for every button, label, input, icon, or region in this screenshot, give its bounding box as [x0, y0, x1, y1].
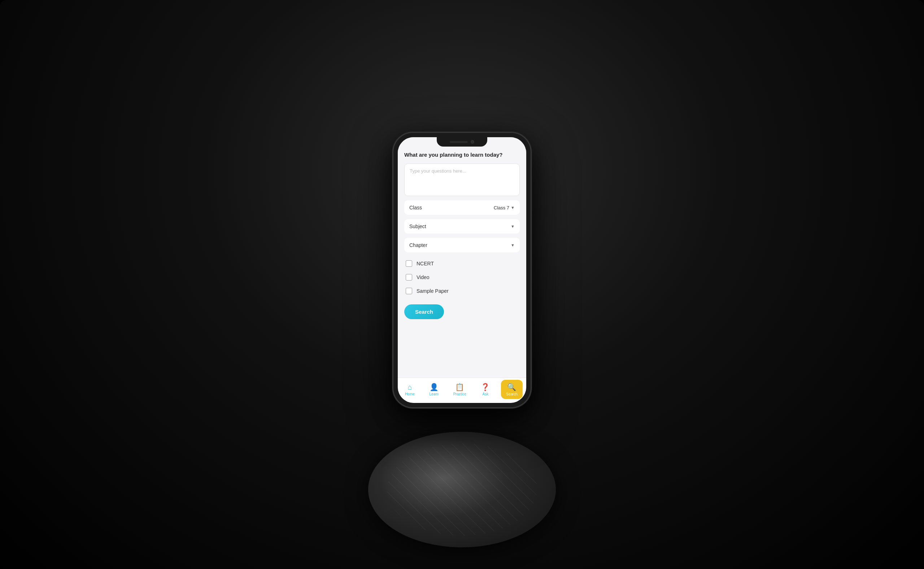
notch-camera	[471, 140, 474, 144]
checkbox-video[interactable]: Video	[404, 271, 520, 284]
question-placeholder: Type your questions here...	[410, 168, 467, 173]
checkbox-video-box[interactable]	[406, 274, 412, 280]
class-filter-row[interactable]: Class Class 7 ▼	[404, 200, 520, 215]
nav-home-label: Home	[405, 392, 415, 396]
phone-notch	[437, 137, 487, 147]
screen-content: What are you planning to learn today? Ty…	[398, 137, 526, 378]
class-value-group: Class 7 ▼	[494, 205, 515, 210]
chapter-chevron-icon: ▼	[511, 243, 515, 247]
class-chevron-icon: ▼	[511, 205, 515, 210]
checkbox-sample-paper-box[interactable]	[406, 288, 412, 294]
nav-ask-label: Ask	[483, 392, 489, 396]
checkbox-ncert-box[interactable]	[406, 260, 412, 267]
subject-dropdown[interactable]: Subject ▼	[404, 219, 520, 234]
nav-ask[interactable]: ❓ Ask	[477, 380, 493, 398]
checkboxes-section: NCERT Video Sample Paper	[404, 257, 520, 298]
bottom-nav: ⌂ Home 👤 Learn 📋 Practice ❓ Ask 🔍	[398, 378, 526, 403]
nav-practice[interactable]: 📋 Practice	[450, 380, 470, 398]
checkbox-sample-paper-label: Sample Paper	[416, 288, 449, 294]
phone-device: What are you planning to learn today? Ty…	[394, 133, 530, 407]
question-label: What are you planning to learn today?	[404, 152, 520, 158]
practice-icon: 📋	[455, 383, 464, 391]
pedestal	[368, 432, 556, 547]
checkbox-video-label: Video	[416, 274, 430, 280]
checkbox-sample-paper[interactable]: Sample Paper	[404, 284, 520, 298]
search-button[interactable]: Search	[404, 304, 444, 319]
checkbox-ncert-label: NCERT	[416, 261, 434, 266]
class-value: Class 7	[494, 205, 509, 210]
home-icon: ⌂	[408, 383, 412, 391]
nav-learn-label: Learn	[430, 392, 439, 396]
chapter-dropdown[interactable]: Chapter ▼	[404, 238, 520, 253]
phone-wrapper: What are you planning to learn today? Ty…	[394, 133, 530, 407]
nav-search-label: Search	[506, 392, 518, 396]
notch-speaker	[450, 141, 468, 143]
phone-screen: What are you planning to learn today? Ty…	[398, 137, 526, 403]
subject-chevron-icon: ▼	[511, 224, 515, 228]
subject-label: Subject	[409, 224, 426, 229]
question-input[interactable]: Type your questions here...	[404, 164, 520, 196]
ask-icon: ❓	[481, 383, 490, 391]
nav-learn[interactable]: 👤 Learn	[426, 380, 442, 398]
nav-search[interactable]: 🔍 Search	[501, 380, 523, 399]
checkbox-ncert[interactable]: NCERT	[404, 257, 520, 271]
nav-home[interactable]: ⌂ Home	[401, 381, 418, 398]
learn-icon: 👤	[430, 383, 439, 391]
nav-practice-label: Practice	[453, 392, 467, 396]
chapter-label: Chapter	[409, 242, 427, 248]
search-nav-icon: 🔍	[507, 383, 516, 391]
class-label: Class	[409, 205, 422, 210]
